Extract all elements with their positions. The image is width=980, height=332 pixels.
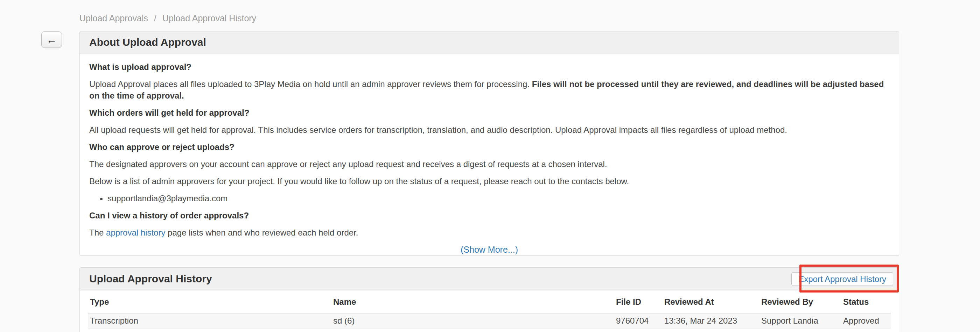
- faq-answer-post-text: page lists when and who reviewed each he…: [165, 228, 358, 237]
- column-header-file-id: File ID: [614, 291, 662, 313]
- about-panel-title: About Upload Approval: [89, 36, 206, 48]
- page: Upload Approvals / Upload Approval Histo…: [0, 0, 980, 332]
- faq-answer-which-orders-held: All upload requests will get held for ap…: [89, 124, 889, 136]
- faq-question-who-can-approve: Who can approve or reject uploads?: [89, 141, 889, 153]
- history-panel-heading: Upload Approval History Export Approval …: [80, 268, 899, 291]
- faq-answer-who-can-approve-2: Below is a list of admin approvers for y…: [89, 175, 889, 187]
- history-table-container: Type Name File ID Reviewed At Reviewed B…: [80, 291, 899, 329]
- breadcrumb-link-upload-approvals[interactable]: Upload Approvals: [80, 13, 148, 24]
- approval-history-table: Type Name File ID Reviewed At Reviewed B…: [88, 291, 891, 329]
- approver-contact-list: supportlandia@3playmedia.com: [89, 193, 889, 204]
- export-approval-history-button[interactable]: Export Approval History: [791, 272, 893, 286]
- show-more-link[interactable]: (Show More...): [461, 245, 518, 255]
- arrow-left-icon: ←: [46, 35, 57, 45]
- faq-answer-view-history: The approval history page lists when and…: [89, 227, 889, 238]
- cell-reviewed-by: Support Landia: [759, 313, 841, 329]
- cell-status: Approved: [841, 313, 891, 329]
- faq-answer-normal-text: Upload Approval places all files uploade…: [89, 79, 532, 89]
- faq-answer-who-can-approve-1: The designated approvers on your account…: [89, 158, 889, 170]
- table-header-row: Type Name File ID Reviewed At Reviewed B…: [88, 291, 891, 313]
- cell-file-id: 9760704: [614, 313, 662, 329]
- approver-contact-email: supportlandia@3playmedia.com: [107, 193, 889, 204]
- about-upload-approval-panel: About Upload Approval What is upload app…: [80, 31, 899, 256]
- back-button[interactable]: ←: [41, 32, 62, 48]
- faq-question-what-is-upload-approval: What is upload approval?: [89, 61, 889, 73]
- breadcrumb: Upload Approvals / Upload Approval Histo…: [80, 13, 256, 24]
- faq-question-which-orders-held: Which orders will get held for approval?: [89, 107, 889, 119]
- column-header-reviewed-by: Reviewed By: [759, 291, 841, 313]
- upload-approval-history-panel: Upload Approval History Export Approval …: [80, 267, 899, 332]
- show-more-container: (Show More...): [89, 244, 889, 256]
- faq-answer-what-is-upload-approval: Upload Approval places all files uploade…: [89, 78, 889, 101]
- column-header-reviewed-at: Reviewed At: [662, 291, 759, 313]
- history-panel-title: Upload Approval History: [89, 273, 212, 285]
- approval-history-link[interactable]: approval history: [106, 228, 165, 237]
- column-header-status: Status: [841, 291, 891, 313]
- cell-type: Transcription: [88, 313, 331, 329]
- about-panel-heading: About Upload Approval: [80, 32, 899, 54]
- cell-name: sd (6): [331, 313, 614, 329]
- faq-answer-pre-text: The: [89, 228, 106, 237]
- breadcrumb-current-upload-approval-history[interactable]: Upload Approval History: [162, 13, 256, 24]
- table-row: Transcription sd (6) 9760704 13:36, Mar …: [88, 313, 891, 329]
- faq-question-view-history: Can I view a history of order approvals?: [89, 210, 889, 221]
- column-header-name: Name: [331, 291, 614, 313]
- breadcrumb-separator: /: [154, 13, 156, 24]
- column-header-type: Type: [88, 291, 331, 313]
- cell-reviewed-at: 13:36, Mar 24 2023: [662, 313, 759, 329]
- about-panel-body: What is upload approval? Upload Approval…: [80, 54, 899, 258]
